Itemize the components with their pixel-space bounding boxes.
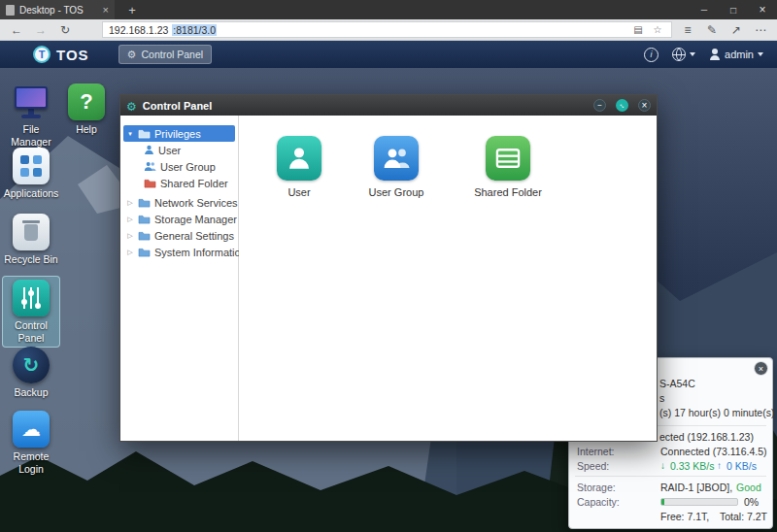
- username: admin: [725, 49, 754, 60]
- tree-item-system-information[interactable]: System Information: [120, 244, 238, 260]
- url-host: 192.168.1.23: [109, 24, 168, 36]
- tree-item-user-group[interactable]: User Group: [120, 158, 238, 175]
- fullscreen-button[interactable]: [616, 99, 628, 112]
- file-manager-icon: [13, 83, 50, 120]
- browser-tab[interactable]: Desktop - TOS: [0, 0, 115, 19]
- content-icon-user[interactable]: User: [270, 136, 328, 198]
- tab-bar: Desktop - TOS: [0, 0, 777, 19]
- capacity-bar: [660, 498, 738, 506]
- version-fragment: s: [659, 392, 664, 404]
- speed-up-value: 0 KB/s: [726, 460, 757, 472]
- close-button[interactable]: [638, 99, 651, 112]
- gear-icon: [126, 97, 137, 115]
- desktop-icon-recycle-bin[interactable]: Recycle Bin: [3, 214, 59, 266]
- model-fragment: S-A54C: [659, 378, 695, 389]
- hub-icon[interactable]: [679, 24, 696, 36]
- tab-favicon-icon: [6, 5, 15, 16]
- free-value: Free: 7.1T,: [660, 511, 709, 522]
- url-port: :8181/3.0: [172, 24, 217, 36]
- tree-item-user[interactable]: User: [120, 142, 238, 158]
- expander-icon[interactable]: [126, 130, 134, 138]
- download-arrow-icon: [660, 460, 669, 471]
- desktop-icon-applications[interactable]: Applications: [3, 148, 59, 200]
- tree-item-label: Shared Folder: [160, 178, 228, 189]
- folder-icon: [138, 197, 151, 208]
- favorites-star-icon[interactable]: [650, 25, 665, 35]
- window-titlebar[interactable]: Control Panel: [120, 95, 657, 116]
- desktop-icon-help[interactable]: Help: [58, 83, 115, 136]
- capacity-bar-fill: [661, 499, 664, 505]
- desktop-icon-label: Recycle Bin: [4, 253, 57, 266]
- recycle-bin-icon: [13, 214, 50, 250]
- tree-item-label: System Information: [154, 247, 247, 258]
- new-tab-button[interactable]: [120, 0, 144, 19]
- globe-icon: [672, 48, 686, 61]
- expander-icon[interactable]: [126, 199, 134, 207]
- upload-arrow-icon: [717, 460, 726, 471]
- settings-tree: Privileges User User Group Shared Folder…: [120, 116, 239, 441]
- chevron-down-icon: [758, 52, 763, 56]
- window-body: Privileges User User Group Shared Folder…: [120, 116, 657, 441]
- storage-status: Good: [736, 482, 761, 493]
- popup-close-icon[interactable]: [754, 361, 768, 376]
- internet-label: Internet:: [577, 446, 615, 457]
- desktop-icon-file-manager[interactable]: File Manager: [3, 83, 59, 148]
- tos-logo[interactable]: T TOS: [33, 46, 89, 63]
- back-button[interactable]: [8, 24, 25, 36]
- capacity-percent: 0%: [744, 496, 759, 508]
- more-options-icon[interactable]: [752, 24, 769, 36]
- folder-icon: [138, 230, 151, 241]
- taskbar-item-control-panel[interactable]: Control Panel: [118, 45, 213, 64]
- expander-icon[interactable]: [126, 232, 134, 240]
- refresh-button[interactable]: [56, 24, 74, 36]
- topbar-right-controls: admin: [644, 48, 763, 62]
- desktop-icon-backup[interactable]: Backup: [3, 347, 59, 399]
- window-minimize-button[interactable]: [690, 0, 719, 19]
- info-icon[interactable]: [644, 48, 659, 62]
- reading-view-icon[interactable]: [630, 25, 646, 35]
- help-icon: [68, 83, 105, 120]
- expander-icon[interactable]: [126, 249, 134, 256]
- shared-folder-icon: [486, 136, 530, 181]
- web-note-icon[interactable]: [703, 24, 721, 36]
- window-close-button[interactable]: [748, 0, 777, 19]
- desktop-icon-label: Backup: [14, 386, 48, 399]
- gear-icon: [127, 49, 137, 61]
- window-maximize-button[interactable]: [719, 0, 748, 19]
- content-icon-label: User Group: [369, 186, 424, 198]
- expander-icon[interactable]: [126, 216, 134, 223]
- desktop-icon-remote-login[interactable]: Remote Login: [3, 411, 59, 475]
- control-panel-window: Control Panel Privileges User User Group…: [119, 94, 658, 442]
- total-value: Total: 7.2T: [720, 511, 767, 522]
- share-icon[interactable]: [727, 24, 745, 36]
- tree-item-label: User Group: [160, 161, 216, 173]
- content-icon-user-group[interactable]: User Group: [367, 136, 425, 198]
- language-menu[interactable]: [672, 48, 695, 61]
- tree-item-general-settings[interactable]: General Settings: [120, 227, 238, 244]
- control-panel-content: User User Group Shared Folder: [239, 116, 657, 441]
- tree-item-network-services[interactable]: Network Services: [120, 194, 238, 211]
- tree-item-storage-manager[interactable]: Storage Manager: [120, 211, 238, 227]
- tree-item-label: Network Services: [154, 197, 238, 209]
- desktop-icon-label: Applications: [4, 187, 59, 200]
- content-icon-shared-folder[interactable]: Shared Folder: [479, 136, 537, 198]
- forward-button[interactable]: [32, 24, 50, 36]
- chevron-down-icon: [690, 52, 695, 56]
- taskbar-item-label: Control Panel: [141, 49, 203, 60]
- user-icon: [144, 145, 154, 155]
- desktop-icon-control-panel[interactable]: Control Panel: [2, 276, 60, 348]
- tab-close-icon[interactable]: [103, 5, 109, 16]
- applications-icon: [13, 148, 50, 184]
- user-menu[interactable]: admin: [709, 49, 763, 60]
- control-panel-icon: [13, 280, 50, 316]
- folder-icon: [138, 128, 151, 139]
- browser-navbar: 192.168.1.23 :8181/3.0: [0, 19, 777, 41]
- remote-login-icon: [13, 411, 50, 448]
- tree-item-privileges[interactable]: Privileges: [123, 125, 235, 142]
- user-group-icon: [144, 161, 156, 172]
- address-bar[interactable]: 192.168.1.23 :8181/3.0: [102, 21, 672, 38]
- tree-item-shared-folder[interactable]: Shared Folder: [120, 175, 238, 191]
- tab-title: Desktop - TOS: [19, 5, 98, 16]
- minimize-button[interactable]: [593, 99, 606, 112]
- window-controls: [690, 0, 777, 19]
